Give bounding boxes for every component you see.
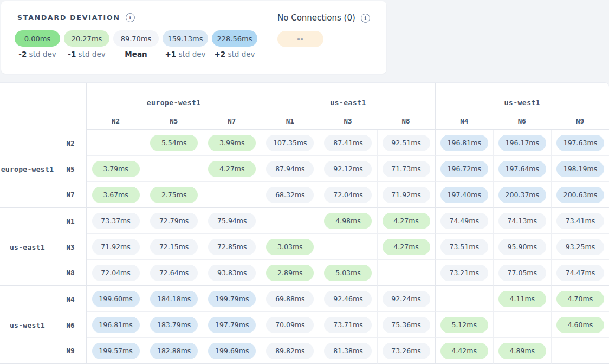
latency-cell-pill[interactable]: 74.49ms: [440, 213, 488, 229]
latency-cell: [87, 130, 145, 156]
latency-cell-pill[interactable]: 92.46ms: [324, 291, 372, 307]
latency-cell-pill[interactable]: 183.79ms: [150, 317, 198, 333]
latency-cell-pill[interactable]: 5.12ms: [440, 317, 488, 333]
latency-cell-pill[interactable]: 5.54ms: [150, 135, 198, 151]
latency-cell-pill[interactable]: 3.79ms: [92, 161, 140, 177]
latency-cell-pill[interactable]: 87.94ms: [266, 161, 314, 177]
latency-cell-pill[interactable]: 73.71ms: [324, 317, 372, 333]
latency-cell-pill[interactable]: 92.51ms: [383, 135, 430, 151]
latency-cell-pill[interactable]: 73.41ms: [556, 213, 604, 229]
latency-cell: 87.41ms: [319, 130, 377, 156]
latency-cell-pill[interactable]: 87.41ms: [324, 135, 372, 151]
latency-cell-pill[interactable]: 73.21ms: [440, 265, 488, 281]
latency-cell-pill[interactable]: 4.27ms: [383, 213, 430, 229]
latency-cell-pill[interactable]: 199.69ms: [208, 343, 256, 359]
matrix-corner-cell: [0, 83, 87, 130]
latency-cell: 3.03ms: [261, 234, 319, 260]
latency-cell-pill[interactable]: 197.40ms: [440, 187, 488, 203]
latency-cell-pill[interactable]: 72.04ms: [92, 265, 140, 281]
latency-cell-pill[interactable]: 75.94ms: [208, 213, 256, 229]
latency-cell-pill[interactable]: 95.90ms: [498, 239, 546, 255]
latency-cell: 4.42ms: [435, 338, 493, 364]
row-node-label: N1: [55, 217, 86, 225]
latency-cell-pill[interactable]: 92.24ms: [383, 291, 430, 307]
latency-cell-pill[interactable]: 77.05ms: [498, 265, 546, 281]
latency-cell-pill[interactable]: 81.38ms: [324, 343, 372, 359]
column-node-header: N2: [87, 113, 145, 130]
latency-cell-pill[interactable]: 4.27ms: [208, 161, 256, 177]
latency-cell-pill[interactable]: 73.26ms: [383, 343, 430, 359]
latency-cell: 4.27ms: [377, 234, 435, 260]
latency-cell-pill[interactable]: 4.60ms: [556, 317, 604, 333]
latency-cell-pill[interactable]: 184.18ms: [150, 291, 198, 307]
std-legend-label: +1 std dev: [163, 50, 208, 58]
row-label: us-west1N6: [0, 312, 87, 338]
latency-cell: 183.79ms: [145, 312, 203, 338]
info-icon[interactable]: i: [361, 14, 370, 23]
latency-cell-pill[interactable]: 197.63ms: [556, 135, 604, 151]
latency-cell-pill[interactable]: 200.63ms: [556, 187, 604, 203]
latency-cell-pill[interactable]: 73.37ms: [92, 213, 140, 229]
latency-cell-pill[interactable]: 72.15ms: [150, 239, 198, 255]
latency-cell-pill[interactable]: 72.04ms: [324, 187, 372, 203]
latency-cell-pill[interactable]: 200.37ms: [498, 187, 546, 203]
latency-cell: 77.05ms: [493, 260, 551, 286]
latency-cell: 72.85ms: [203, 234, 261, 260]
latency-cell: 5.54ms: [145, 130, 203, 156]
latency-cell-pill[interactable]: 72.85ms: [208, 239, 256, 255]
row-label: europe-west1N5: [0, 156, 87, 182]
latency-cell-pill[interactable]: 2.89ms: [266, 265, 314, 281]
latency-cell-pill[interactable]: 199.57ms: [92, 343, 140, 359]
latency-cell-pill[interactable]: 68.32ms: [266, 187, 314, 203]
latency-cell-pill[interactable]: 197.64ms: [498, 161, 546, 177]
latency-cell-pill[interactable]: 71.73ms: [383, 161, 430, 177]
latency-cell: 4.27ms: [203, 156, 261, 182]
latency-cell-pill[interactable]: 4.27ms: [383, 239, 430, 255]
latency-cell-pill[interactable]: 70.09ms: [266, 317, 314, 333]
latency-cell-pill[interactable]: 196.72ms: [440, 161, 488, 177]
latency-cell: 4.70ms: [551, 286, 609, 312]
latency-cell-pill[interactable]: 4.11ms: [498, 291, 546, 307]
latency-cell-pill[interactable]: 3.03ms: [266, 239, 314, 255]
latency-cell-pill[interactable]: 5.03ms: [324, 265, 372, 281]
latency-cell-pill[interactable]: 74.13ms: [498, 213, 546, 229]
latency-cell-pill[interactable]: 182.88ms: [150, 343, 198, 359]
latency-cell-pill[interactable]: 4.89ms: [498, 343, 546, 359]
latency-cell-pill[interactable]: 75.36ms: [383, 317, 430, 333]
latency-cell-pill[interactable]: 73.51ms: [440, 239, 488, 255]
latency-cell-pill[interactable]: 2.75ms: [150, 187, 198, 203]
latency-cell-pill[interactable]: 107.35ms: [266, 135, 314, 151]
latency-cell-pill[interactable]: 93.83ms: [208, 265, 256, 281]
latency-cell-pill[interactable]: 72.79ms: [150, 213, 198, 229]
latency-cell-pill[interactable]: 4.70ms: [556, 291, 604, 307]
latency-cell-pill[interactable]: 3.67ms: [92, 187, 140, 203]
latency-cell-pill[interactable]: 4.98ms: [324, 213, 372, 229]
latency-cell-pill[interactable]: 71.92ms: [92, 239, 140, 255]
latency-cell: 72.64ms: [145, 260, 203, 286]
latency-cell-pill[interactable]: 71.92ms: [383, 187, 430, 203]
std-legend-pill: 228.56ms: [212, 30, 257, 47]
std-pill-row: 0.00ms20.27ms89.70ms159.13ms228.56ms: [15, 30, 257, 47]
row-node-label: N4: [55, 295, 86, 303]
latency-cell-pill[interactable]: 93.25ms: [556, 239, 604, 255]
latency-cell-pill[interactable]: 199.60ms: [92, 291, 140, 307]
latency-cell-pill[interactable]: 199.79ms: [208, 291, 256, 307]
latency-cell-pill[interactable]: 197.79ms: [208, 317, 256, 333]
latency-cell-pill[interactable]: 92.12ms: [324, 161, 372, 177]
latency-cell-pill[interactable]: 72.64ms: [150, 265, 198, 281]
latency-cell: 92.12ms: [319, 156, 377, 182]
latency-cell-pill[interactable]: 196.81ms: [440, 135, 488, 151]
latency-cell-pill[interactable]: 198.19ms: [556, 161, 604, 177]
latency-cell-pill[interactable]: 4.42ms: [440, 343, 488, 359]
latency-cell: 72.04ms: [87, 260, 145, 286]
latency-cell-pill[interactable]: 69.88ms: [266, 291, 314, 307]
std-legend-pill: 0.00ms: [15, 30, 60, 47]
column-node-header: N5: [145, 113, 203, 130]
latency-cell-pill[interactable]: 3.99ms: [208, 135, 256, 151]
info-icon[interactable]: i: [126, 13, 135, 22]
latency-cell-pill[interactable]: 74.47ms: [556, 265, 604, 281]
latency-cell-pill[interactable]: 196.17ms: [498, 135, 546, 151]
latency-cell: 71.73ms: [377, 156, 435, 182]
latency-cell-pill[interactable]: 89.82ms: [266, 343, 314, 359]
latency-cell-pill[interactable]: 196.81ms: [92, 317, 140, 333]
